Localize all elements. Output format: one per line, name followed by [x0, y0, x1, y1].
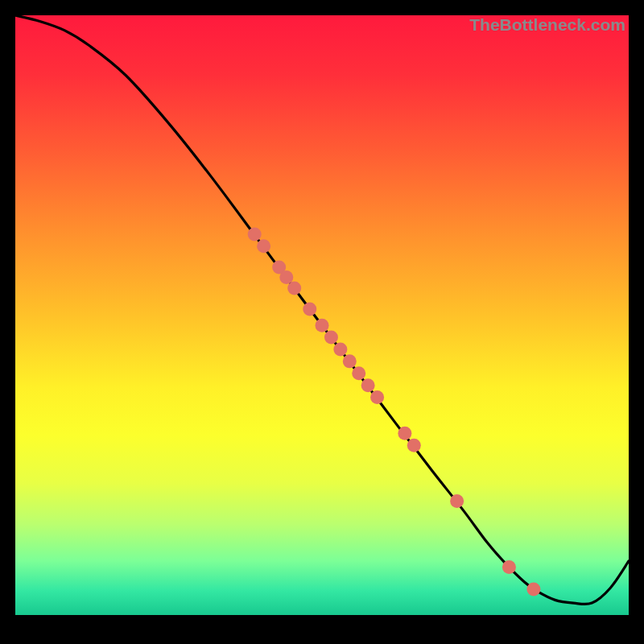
data-point — [257, 239, 270, 253]
chart-svg — [15, 15, 629, 615]
chart-frame: TheBottleneck.com — [15, 15, 629, 629]
data-point — [324, 331, 338, 345]
gradient-bg — [15, 15, 629, 615]
data-point — [352, 366, 365, 380]
data-point — [303, 303, 316, 316]
data-point — [407, 439, 421, 452]
data-point — [248, 227, 262, 241]
data-point — [502, 560, 516, 574]
data-point — [450, 494, 464, 508]
data-point — [316, 319, 329, 332]
plot-area — [15, 15, 629, 615]
data-point — [343, 354, 357, 368]
data-point — [370, 390, 384, 404]
data-point — [287, 281, 301, 295]
watermark-text: TheBottleneck.com — [469, 15, 625, 35]
data-point — [361, 378, 375, 392]
data-point — [333, 342, 347, 356]
data-point — [526, 582, 540, 596]
data-point — [398, 427, 411, 440]
